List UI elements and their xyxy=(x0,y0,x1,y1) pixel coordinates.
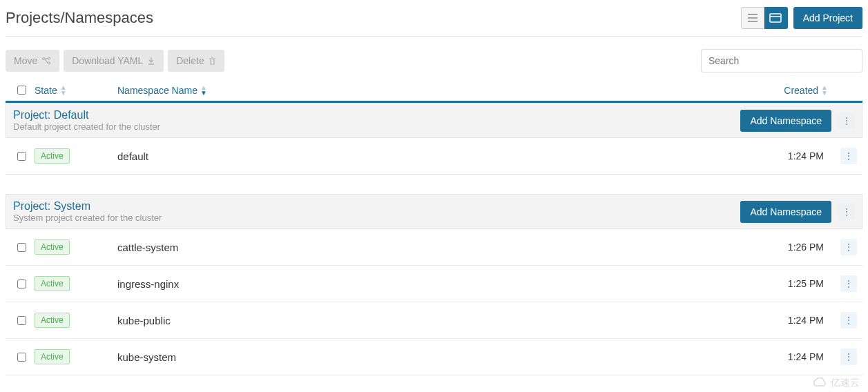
kebab-icon: ⋮ xyxy=(844,150,853,161)
status-badge: Active xyxy=(35,239,70,255)
col-header-state[interactable]: State ▲▼ xyxy=(35,85,117,96)
namespace-name: kube-public xyxy=(117,315,171,326)
delete-label: Delete xyxy=(176,55,204,66)
project-subtitle: System project created for the cluster xyxy=(13,213,733,223)
kebab-icon: ⋮ xyxy=(844,278,853,289)
add-namespace-button[interactable]: Add Namespace xyxy=(740,110,831,132)
project-group-header: Project: Default Default project created… xyxy=(6,103,862,138)
created-time: 1:26 PM xyxy=(788,242,828,253)
kebab-icon: ⋮ xyxy=(844,315,853,326)
download-yaml-button[interactable]: Download YAML xyxy=(64,50,164,72)
row-checkbox[interactable] xyxy=(17,353,26,362)
status-badge: Active xyxy=(35,276,70,291)
created-time: 1:25 PM xyxy=(788,278,828,289)
created-time: 1:24 PM xyxy=(788,150,828,161)
namespace-name: default xyxy=(117,150,148,162)
svg-point-6 xyxy=(48,57,50,59)
row-menu-button[interactable]: ⋮ xyxy=(840,275,857,292)
project-title[interactable]: Project: System xyxy=(13,200,733,213)
row-checkbox[interactable] xyxy=(17,280,26,288)
download-yaml-label: Download YAML xyxy=(72,55,143,66)
add-project-button[interactable]: Add Project xyxy=(793,7,862,29)
col-header-created[interactable]: Created ▲▼ xyxy=(735,85,860,96)
namespace-name: kube-system xyxy=(117,351,176,363)
status-badge: Active xyxy=(35,313,70,328)
row-checkbox[interactable] xyxy=(17,152,26,161)
table-header: State ▲▼ Namespace Name ▲▼ Created ▲▼ xyxy=(6,79,862,103)
project-title[interactable]: Project: Default xyxy=(13,109,733,121)
search-input[interactable] xyxy=(701,49,862,72)
table-row: Active default 1:24 PM ⋮ xyxy=(6,138,862,175)
namespace-name: ingress-nginx xyxy=(117,278,179,290)
project-subtitle: Default project created for the cluster xyxy=(13,121,733,132)
table-row: Active kube-system 1:24 PM ⋮ xyxy=(6,339,862,375)
table-row: Active cattle-system 1:26 PM ⋮ xyxy=(6,229,862,266)
svg-point-7 xyxy=(48,62,50,64)
kebab-icon: ⋮ xyxy=(844,351,853,362)
trash-icon xyxy=(209,57,216,65)
move-button[interactable]: Move xyxy=(6,50,59,72)
col-header-name[interactable]: Namespace Name ▲▼ xyxy=(117,85,735,96)
sort-icon: ▲▼ xyxy=(821,85,828,96)
add-namespace-button[interactable]: Add Namespace xyxy=(740,201,831,223)
view-group-button[interactable] xyxy=(764,7,788,29)
sort-icon: ▲▼ xyxy=(60,85,67,96)
page-title: Projects/Namespaces xyxy=(6,9,153,27)
select-all-checkbox[interactable] xyxy=(17,86,26,95)
namespace-name: cattle-system xyxy=(117,242,178,253)
delete-button[interactable]: Delete xyxy=(168,50,224,72)
row-checkbox[interactable] xyxy=(17,316,26,325)
svg-point-5 xyxy=(43,58,45,60)
kebab-icon: ⋮ xyxy=(842,206,851,217)
status-badge: Active xyxy=(35,349,70,364)
move-icon xyxy=(41,57,51,65)
project-menu-button[interactable]: ⋮ xyxy=(838,112,855,129)
project-group-header: Project: System System project created f… xyxy=(6,194,862,229)
watermark: 亿速云 xyxy=(811,377,860,382)
view-list-button[interactable] xyxy=(741,7,764,29)
move-label: Move xyxy=(14,55,37,66)
created-time: 1:24 PM xyxy=(788,351,828,362)
status-badge: Active xyxy=(35,148,70,164)
row-menu-button[interactable]: ⋮ xyxy=(840,148,857,164)
created-time: 1:24 PM xyxy=(788,315,828,326)
kebab-icon: ⋮ xyxy=(844,242,853,253)
row-menu-button[interactable]: ⋮ xyxy=(840,239,857,255)
view-toggle-group xyxy=(741,7,788,29)
kebab-icon: ⋮ xyxy=(842,115,851,126)
project-menu-button[interactable]: ⋮ xyxy=(838,204,855,220)
row-menu-button[interactable]: ⋮ xyxy=(840,312,857,329)
table-row: Active ingress-nginx 1:25 PM ⋮ xyxy=(6,266,862,302)
sort-icon: ▲▼ xyxy=(200,85,207,96)
table-row: Active kube-public 1:24 PM ⋮ xyxy=(6,302,862,339)
download-icon xyxy=(147,57,155,65)
row-checkbox[interactable] xyxy=(17,243,26,252)
svg-rect-3 xyxy=(770,14,781,22)
row-menu-button[interactable]: ⋮ xyxy=(840,349,857,365)
